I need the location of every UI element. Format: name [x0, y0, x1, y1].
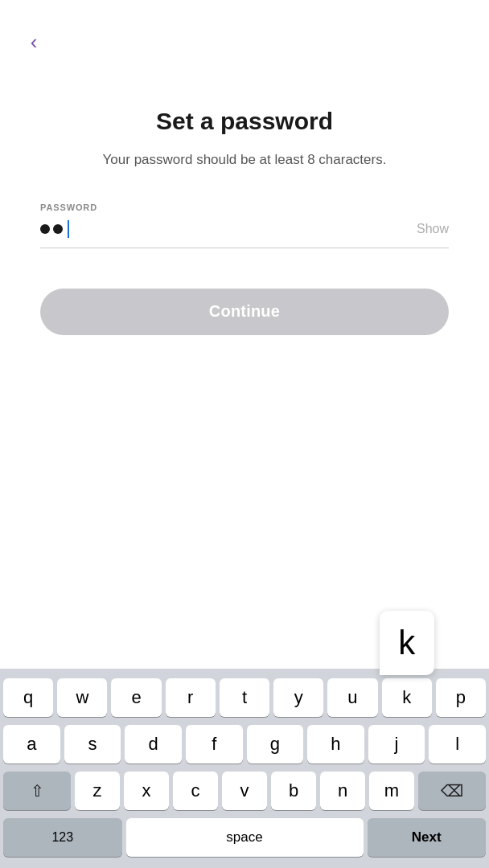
- password-input[interactable]: [40, 220, 409, 238]
- key-y[interactable]: y: [273, 678, 323, 717]
- next-key[interactable]: Next: [368, 818, 487, 857]
- backspace-icon: ⌫: [441, 781, 463, 800]
- key-g[interactable]: g: [247, 725, 304, 764]
- continue-label: Continue: [209, 302, 280, 321]
- key-w[interactable]: w: [57, 678, 107, 717]
- shift-key[interactable]: ⇧: [3, 772, 71, 810]
- key-f[interactable]: f: [186, 725, 243, 764]
- show-password-button[interactable]: Show: [409, 219, 449, 240]
- key-e[interactable]: e: [111, 678, 161, 717]
- keyboard: q w e r t y u k k p a s d f g h j l ⇧ z …: [0, 669, 489, 868]
- continue-button[interactable]: Continue: [40, 289, 449, 335]
- key-j[interactable]: j: [368, 725, 425, 764]
- page-subtitle: Your password should be at least 8 chara…: [32, 149, 457, 170]
- key-r[interactable]: r: [166, 678, 216, 717]
- key-q[interactable]: q: [3, 678, 53, 717]
- key-t[interactable]: t: [220, 678, 269, 717]
- shift-icon: ⇧: [31, 781, 44, 800]
- key-c[interactable]: c: [173, 772, 218, 810]
- key-l[interactable]: l: [429, 725, 486, 764]
- key-k[interactable]: k k: [382, 678, 432, 717]
- key-b[interactable]: b: [271, 772, 316, 810]
- key-z[interactable]: z: [75, 772, 120, 810]
- key-p[interactable]: p: [436, 678, 486, 717]
- key-h[interactable]: h: [307, 725, 364, 764]
- password-field-row[interactable]: Show: [40, 219, 449, 248]
- back-chevron-icon: ‹: [31, 31, 38, 52]
- key-s[interactable]: s: [64, 725, 121, 764]
- key-u[interactable]: u: [327, 678, 377, 717]
- key-x[interactable]: x: [124, 772, 169, 810]
- dot-2: [53, 224, 63, 234]
- key-v[interactable]: v: [222, 772, 267, 810]
- page-title: Set a password: [32, 108, 457, 135]
- key-d[interactable]: d: [125, 725, 182, 764]
- keyboard-row-3: ⇧ z x c v b n m ⌫: [3, 772, 486, 810]
- back-button[interactable]: ‹: [16, 24, 51, 59]
- backspace-key[interactable]: ⌫: [418, 772, 486, 810]
- key-m[interactable]: m: [369, 772, 414, 810]
- key-popup-k: k: [380, 611, 434, 675]
- dot-1: [40, 224, 50, 234]
- password-field-label: PASSWORD: [40, 203, 449, 212]
- numbers-key[interactable]: 123: [3, 818, 122, 857]
- keyboard-row-4: 123 space Next: [3, 818, 486, 857]
- key-a[interactable]: a: [3, 725, 60, 764]
- text-cursor: [68, 220, 69, 238]
- key-n[interactable]: n: [320, 772, 365, 810]
- keyboard-row-1: q w e r t y u k k p: [3, 678, 486, 717]
- space-key[interactable]: space: [126, 818, 364, 857]
- keyboard-row-2: a s d f g h j l: [3, 725, 486, 764]
